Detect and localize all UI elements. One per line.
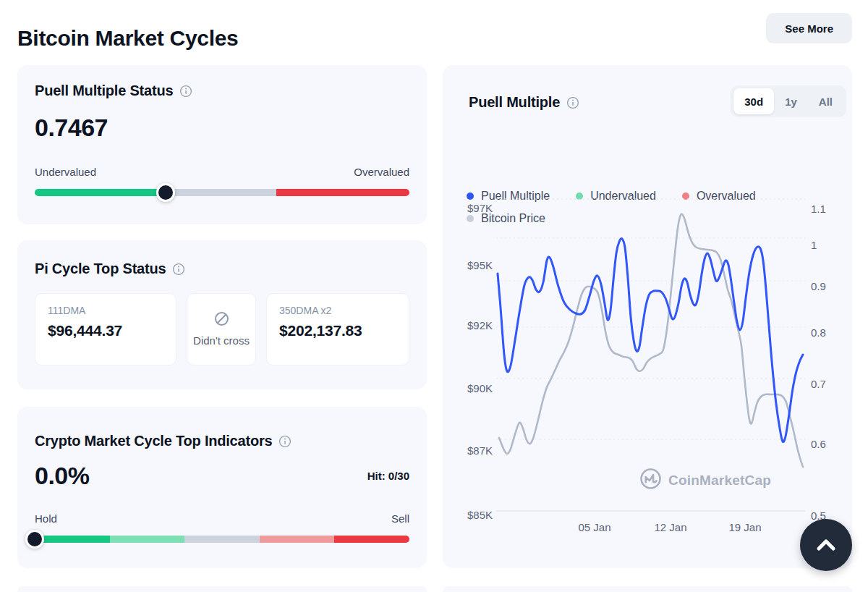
slider-segment [184,536,260,543]
page-title: Bitcoin Market Cycles [17,26,238,51]
legend-dot [682,193,689,200]
puell-multiple-chart-card: Puell Multiple 30d1yAll Puell MultipleUn… [443,65,852,568]
svg-text:19 Jan: 19 Jan [728,521,761,533]
hold-label: Hold [35,512,57,525]
legend-label: Bitcoin Price [481,212,545,225]
indicator-percent-value: 0.0% [35,462,90,490]
sell-label: Sell [391,512,409,525]
svg-text:$85K: $85K [467,509,493,521]
card-title: Pi Cycle Top Status [35,261,166,277]
legend-label: Undervalued [590,190,656,203]
svg-text:0.7: 0.7 [811,378,826,390]
chevron-up-icon [814,537,838,553]
overvalued-label: Overvalued [354,166,409,178]
slider-track [35,536,409,543]
tab-all[interactable]: All [808,88,843,114]
svg-text:$90K: $90K [467,382,493,394]
puell-multiple-status-card: Puell Multiple Status 0.7467 Undervalued… [17,65,427,224]
next-card-right-edge [443,586,852,592]
pi-cycle-top-status-card: Pi Cycle Top Status 111DMA $96,444.37 Di… [17,240,427,389]
next-card-left-edge [17,586,427,592]
svg-text:0.9: 0.9 [811,280,826,292]
didnt-cross-box: Didn't cross [187,293,256,365]
legend-item-undervalued[interactable]: Undervalued [576,190,656,203]
no-cross-icon [213,310,230,330]
slider-track [35,189,409,196]
card-title: Crypto Market Cycle Top Indicators [35,433,272,449]
svg-text:05 Jan: 05 Jan [578,521,610,533]
svg-text:0.8: 0.8 [811,326,826,339]
svg-text:$95K: $95K [467,259,493,271]
svg-text:$92K: $92K [467,319,493,331]
legend-dot [467,193,474,200]
tab-1y[interactable]: 1y [774,88,808,114]
svg-text:1.1: 1.1 [811,203,826,215]
dma-111-box: 111DMA $96,444.37 [35,293,176,365]
bitcoin-market-cycles-page: Bitcoin Market Cycles See More Puell Mul… [0,0,868,592]
slider-segment [110,536,185,543]
cycle-top-indicators-card: Crypto Market Cycle Top Indicators 0.0% … [17,407,427,568]
legend-item-overvalued[interactable]: Overvalued [682,190,756,203]
svg-text:0.6: 0.6 [811,438,826,450]
watermark-text: CoinMarketCap [668,473,771,489]
coinmarketcap-logo-icon [639,468,662,493]
legend-dot [576,193,583,200]
legend-item-bitcoin-price[interactable]: Bitcoin Price [467,212,545,225]
hit-count: Hit: 0/30 [367,470,409,482]
hold-sell-gauge-slider[interactable] [35,530,409,549]
legend-label: Overvalued [697,190,756,203]
slider-segment [164,189,276,196]
svg-text:$87K: $87K [467,444,493,457]
legend-dot [467,215,474,222]
dma-350-label: 350DMA x2 [279,305,396,316]
watermark: CoinMarketCap [639,468,771,493]
chart-title: Puell Multiple [469,94,560,111]
dma-350-box: 350DMA x2 $202,137.83 [266,293,409,365]
svg-text:12 Jan: 12 Jan [654,521,686,533]
puell-multiple-value: 0.7467 [35,114,409,142]
cross-status-text: Didn't cross [193,333,250,349]
info-icon[interactable] [172,263,185,276]
slider-knob[interactable] [156,183,175,202]
slider-segment [35,189,164,196]
legend-item-puell-multiple[interactable]: Puell Multiple [467,190,550,203]
dma-350-value: $202,137.83 [279,322,396,339]
slider-segment [276,189,409,196]
dma-111-value: $96,444.37 [48,322,163,339]
tab-30d[interactable]: 30d [733,88,774,114]
see-more-button[interactable]: See More [766,13,852,43]
dma-111-label: 111DMA [48,305,163,316]
svg-text:1: 1 [811,239,817,251]
scroll-to-top-button[interactable] [800,519,852,571]
slider-segment [260,536,335,543]
slider-segment [35,536,110,543]
undervalued-label: Undervalued [35,166,96,178]
card-title: Puell Multiple Status [35,83,173,99]
slider-knob[interactable] [25,530,44,549]
legend-label: Puell Multiple [481,190,550,203]
slider-segment [334,536,409,543]
puell-gauge-slider[interactable] [35,183,409,202]
info-icon[interactable] [566,96,579,109]
info-icon[interactable] [179,85,192,98]
chart-legend: Puell MultipleUndervaluedOvervaluedBitco… [467,190,812,225]
info-icon[interactable] [278,435,292,448]
chart-range-tabs: 30d1yAll [731,85,846,117]
